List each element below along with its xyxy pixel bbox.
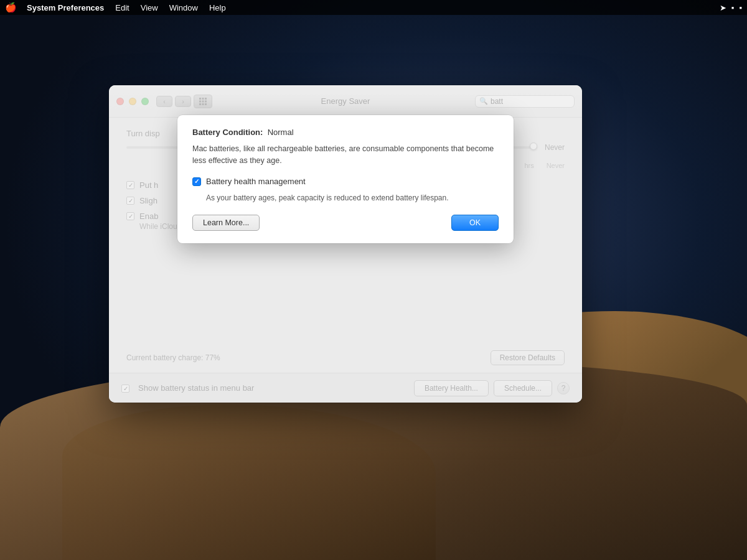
slider-never-label: Never [545,143,565,152]
battery-health-mgmt-checkbox[interactable] [192,177,201,186]
dune-3 [62,404,436,560]
bottom-bar: Current battery charge: 77% Restore Defa… [109,343,582,373]
popup-checkbox-sublabel: As your battery ages, peak capacity is r… [206,192,499,203]
menubar-window[interactable]: Window [164,2,203,13]
battery-charge-info: Current battery charge: 77% [126,353,220,362]
restore-defaults-button[interactable]: Restore Defaults [491,350,565,365]
window-title: Energy Saver [321,96,370,106]
svg-rect-1 [202,98,204,100]
back-button[interactable]: ‹ [156,96,172,107]
show-battery-row: Show battery status in menu bar [121,383,254,393]
search-input[interactable] [491,97,582,106]
menubar: 🍎 System Preferences Edit View Window He… [0,0,747,15]
show-battery-checkbox[interactable] [121,385,129,393]
minimize-button[interactable] [129,98,136,105]
grid-icon [199,97,207,106]
battery-condition-value: Normal [268,128,294,137]
svg-rect-8 [205,103,207,105]
menubar-view[interactable]: View [136,2,163,13]
svg-rect-5 [205,100,207,102]
wifi-icon: ▪ [731,3,735,12]
footer-buttons: Battery Health... Schedule... ? [414,380,570,396]
menubar-edit[interactable]: Edit [110,2,134,13]
slider-thumb[interactable] [530,142,537,150]
svg-rect-3 [199,100,201,102]
grid-button[interactable] [194,95,212,108]
battery-health-button[interactable]: Battery Health... [414,380,489,396]
menubar-right: ➤ ▪ ▪ [720,3,742,12]
enable-power-checkbox[interactable] [126,212,134,220]
battery-menu-icon: ▪ [739,3,742,12]
slightly-dim-checkbox[interactable] [126,197,134,205]
forward-button[interactable]: › [175,96,191,107]
search-icon: 🔍 [479,97,488,105]
menubar-help[interactable]: Help [204,2,231,13]
slightly-dim-label: Sligh [139,196,157,205]
battery-health-mgmt-label: Battery health management [206,177,306,186]
ok-button[interactable]: OK [451,215,499,231]
popup-checkbox-content: Battery health management [206,177,306,186]
svg-rect-2 [205,98,207,100]
popup-title: Battery Condition: Normal [192,128,499,137]
show-battery-label: Show battery status in menu bar [138,383,254,393]
svg-rect-4 [202,100,204,102]
popup-checkbox-row: Battery health management [192,177,499,186]
schedule-button[interactable]: Schedule... [494,380,552,396]
learn-more-button[interactable]: Learn More... [192,215,260,231]
maximize-button[interactable] [141,98,149,105]
put-hard-disks-label: Put h [139,180,158,190]
put-hard-disks-checkbox[interactable] [126,181,134,189]
svg-rect-7 [202,103,204,105]
location-icon: ➤ [720,3,726,12]
svg-rect-0 [199,98,201,100]
battery-health-popup: Battery Condition: Normal Mac batteries,… [177,115,514,243]
menubar-system-preferences[interactable]: System Preferences [22,2,109,13]
popup-description: Mac batteries, like all rechargeable bat… [192,143,499,167]
titlebar: ‹ › Energy Saver 🔍 ✕ [109,85,582,118]
apple-menu[interactable]: 🍎 [5,2,17,13]
close-button[interactable] [116,98,124,105]
slider-hrs-label: hrs [524,162,533,169]
svg-rect-6 [199,103,201,105]
search-box[interactable]: 🔍 ✕ [475,95,575,108]
help-button[interactable]: ? [557,382,570,394]
popup-buttons: Learn More... OK [192,215,499,231]
window-controls [116,98,149,105]
battery-condition-label: Battery Condition: [192,128,263,137]
slider-never-end-label: Never [547,162,565,169]
footer-row: Show battery status in menu bar Battery … [109,373,582,403]
nav-buttons: ‹ › [156,96,191,107]
